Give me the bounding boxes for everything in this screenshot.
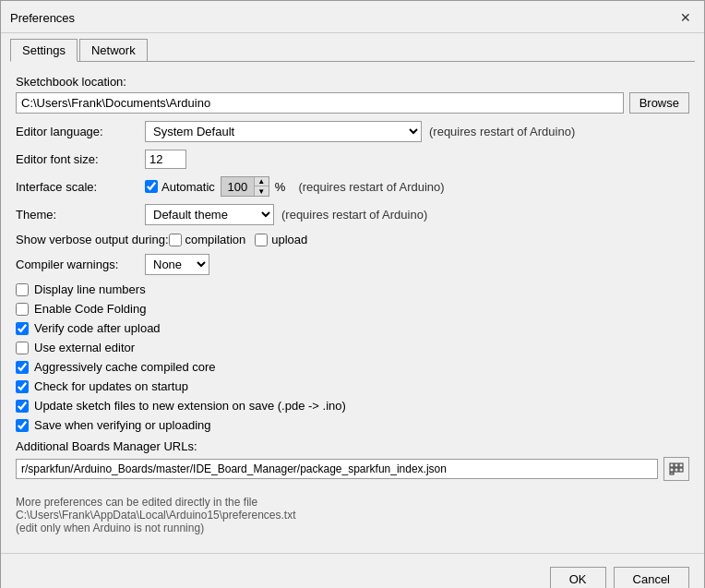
theme-label: Theme: (16, 208, 145, 222)
compiler-warnings-select[interactable]: None (145, 254, 209, 275)
enable-code-folding-label: Enable Code Folding (34, 302, 146, 316)
use-external-editor-checkbox[interactable] (16, 342, 29, 354)
display-line-numbers-label: Display line numbers (34, 282, 146, 296)
upload-label: upload (271, 233, 307, 246)
verbose-controls: compilation upload (169, 233, 308, 246)
checkbox-row-7: Save when verifying or uploading (16, 418, 689, 432)
sketchbook-input[interactable] (16, 92, 624, 114)
update-sketch-files-label: Update sketch files to new extension on … (34, 399, 346, 413)
checkbox-row-5: Check for updates on startup (16, 379, 689, 393)
verbose-output-label: Show verbose output during: (16, 233, 169, 246)
spinner-down[interactable]: ▼ (254, 186, 269, 196)
checkbox-row-3: Use external editor (16, 341, 689, 354)
title-bar: Preferences ✕ (1, 1, 704, 33)
use-external-editor-label: Use external editor (34, 341, 135, 354)
dialog-title: Preferences (10, 11, 75, 25)
svg-rect-2 (679, 463, 683, 467)
update-sketch-files-checkbox[interactable] (16, 400, 29, 413)
interface-scale-label: Interface scale: (16, 180, 145, 194)
editor-font-size-label: Editor font size: (16, 152, 145, 166)
editor-language-hint: (requires restart of Arduino) (429, 125, 575, 138)
sketchbook-label: Sketchbook location: (16, 75, 126, 89)
verify-code-after-upload-checkbox[interactable] (16, 322, 29, 335)
editor-font-size-row: Editor font size: (16, 150, 689, 169)
scale-input[interactable] (221, 178, 254, 196)
compilation-label: compilation (185, 233, 246, 246)
scale-hint: (requires restart of Arduino) (298, 180, 444, 194)
verify-code-after-upload-label: Verify code after upload (34, 321, 161, 335)
tab-network[interactable]: Network (79, 39, 148, 62)
svg-rect-3 (670, 468, 674, 472)
save-when-verifying-checkbox[interactable] (16, 419, 29, 432)
boards-manager-label: Additional Boards Manager URLs: (16, 439, 197, 453)
automatic-checkbox[interactable] (145, 180, 158, 193)
automatic-checkbox-container: Automatic (145, 180, 215, 194)
check-for-updates-checkbox[interactable] (16, 380, 29, 393)
compiler-warnings-row: Compiler warnings: None (16, 254, 689, 275)
svg-rect-5 (679, 468, 683, 472)
settings-content: Sketchbook location: Browse Editor langu… (1, 62, 704, 544)
svg-rect-0 (670, 463, 674, 467)
aggressively-cache-checkbox[interactable] (16, 361, 29, 374)
spinner-buttons: ▲ ▼ (254, 177, 269, 196)
checkbox-row-2: Verify code after upload (16, 321, 689, 335)
svg-rect-4 (675, 468, 678, 472)
checkbox-row-1: Enable Code Folding (16, 302, 689, 316)
checkbox-row-4: Aggressively cache compiled core (16, 360, 689, 374)
upload-checkbox-container: upload (255, 233, 307, 246)
automatic-label: Automatic (161, 180, 215, 194)
browse-button[interactable]: Browse (629, 92, 689, 114)
info-line3: (edit only when Arduino is not running) (16, 522, 689, 534)
editor-language-row: Editor language: System Default (require… (16, 121, 689, 142)
boards-manager-section: Additional Boards Manager URLs: (16, 439, 689, 481)
theme-hint: (requires restart of Arduino) (281, 208, 427, 222)
sketchbook-section: Sketchbook location: Browse (16, 75, 689, 114)
upload-checkbox[interactable] (255, 234, 268, 246)
percent-symbol: % (275, 180, 286, 194)
enable-code-folding-checkbox[interactable] (16, 303, 29, 316)
boards-url-row (16, 457, 689, 481)
font-size-input[interactable] (145, 150, 186, 169)
checkbox-row-6: Update sketch files to new extension on … (16, 399, 689, 413)
svg-rect-6 (670, 473, 674, 474)
info-line2: C:\Users\Frank\AppData\Local\Arduino15\p… (16, 509, 689, 522)
bottom-buttons: OK Cancel (1, 561, 704, 588)
close-button[interactable]: ✕ (676, 8, 695, 27)
checkboxes-section: Display line numbers Enable Code Folding… (16, 282, 689, 432)
save-when-verifying-label: Save when verifying or uploading (34, 418, 211, 432)
info-line1: More preferences can be edited directly … (16, 496, 689, 509)
boards-url-input[interactable] (16, 459, 658, 479)
cancel-button[interactable]: Cancel (614, 567, 689, 588)
check-for-updates-label: Check for updates on startup (34, 379, 188, 393)
editor-language-label: Editor language: (16, 125, 145, 138)
svg-rect-1 (675, 463, 678, 467)
theme-select[interactable]: Default theme (145, 204, 274, 225)
display-line-numbers-checkbox[interactable] (16, 283, 29, 296)
checkbox-row-0: Display line numbers (16, 282, 689, 296)
editor-language-select[interactable]: System Default (145, 121, 422, 142)
compilation-checkbox-container: compilation (169, 233, 246, 246)
preferences-dialog: Preferences ✕ Settings Network Sketchboo… (0, 0, 705, 588)
scale-spinner: ▲ ▼ (221, 176, 269, 197)
scale-controls: Automatic ▲ ▼ % (requires restart of Ard… (145, 176, 445, 197)
ok-button[interactable]: OK (550, 567, 606, 588)
compilation-checkbox[interactable] (169, 234, 182, 246)
grid-icon (669, 462, 684, 475)
boards-url-edit-button[interactable] (663, 457, 689, 481)
compiler-warnings-label: Compiler warnings: (16, 258, 145, 271)
tab-settings[interactable]: Settings (10, 39, 78, 62)
interface-scale-row: Interface scale: Automatic ▲ ▼ % (requir… (16, 176, 689, 197)
theme-row: Theme: Default theme (requires restart o… (16, 204, 689, 225)
verbose-output-row: Show verbose output during: compilation … (16, 233, 689, 246)
tabs-container: Settings Network (1, 33, 704, 62)
info-section: More preferences can be edited directly … (16, 490, 689, 534)
sketchbook-input-row: Browse (16, 92, 689, 114)
aggressively-cache-label: Aggressively cache compiled core (34, 360, 216, 374)
spinner-up[interactable]: ▲ (254, 177, 269, 186)
